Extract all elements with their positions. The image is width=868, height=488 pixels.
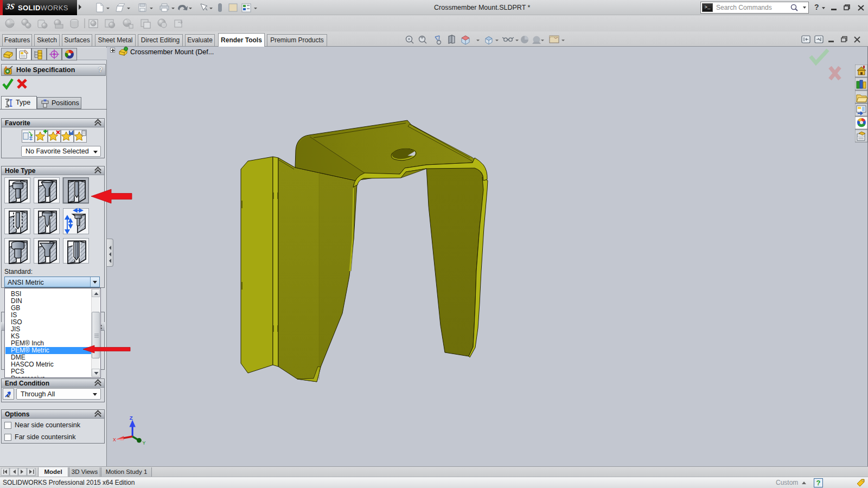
svg-text:?: ? xyxy=(816,479,821,487)
svg-text:X: X xyxy=(113,437,116,442)
svg-text:Z: Z xyxy=(130,415,133,421)
svg-text:Y: Y xyxy=(143,440,146,445)
